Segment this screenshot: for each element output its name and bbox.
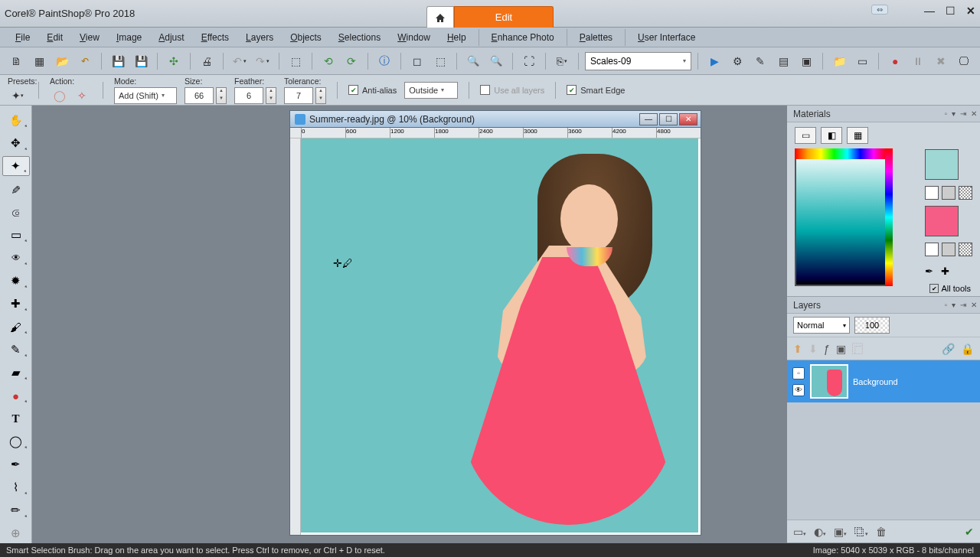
menu-view[interactable]: View bbox=[72, 30, 107, 45]
background-swatch[interactable] bbox=[925, 206, 959, 236]
antialias-checkbox[interactable]: ✔Anti-alias bbox=[348, 85, 397, 95]
save-button[interactable] bbox=[108, 51, 128, 71]
revert-button[interactable] bbox=[75, 51, 95, 71]
feather-input[interactable]: 6 bbox=[234, 87, 263, 104]
layer-down-icon[interactable]: ⬇ bbox=[808, 343, 818, 355]
add-swatch-icon[interactable]: ✚ bbox=[941, 265, 949, 277]
presets-dropdown[interactable]: ✦▾ bbox=[8, 86, 28, 106]
swap-icon[interactable] bbox=[925, 186, 939, 200]
share-button[interactable] bbox=[164, 51, 184, 71]
new-button[interactable] bbox=[6, 51, 26, 71]
resize-button[interactable] bbox=[286, 51, 305, 71]
move-tool[interactable] bbox=[2, 133, 30, 153]
canvas-size-button[interactable] bbox=[430, 51, 450, 71]
menu-objects[interactable]: Objects bbox=[283, 30, 329, 45]
info-button[interactable] bbox=[374, 51, 394, 71]
collapse-ribbon[interactable]: ⇔ bbox=[871, 5, 888, 15]
tolerance-input[interactable]: 7 bbox=[284, 87, 313, 104]
doc-close-button[interactable]: ✕ bbox=[679, 113, 697, 125]
duplicate-layer-icon[interactable]: ⿻▾ bbox=[854, 526, 868, 538]
menu-palettes[interactable]: Palettes bbox=[572, 30, 620, 45]
preset-shape-tool[interactable] bbox=[2, 386, 30, 406]
run-script-button[interactable] bbox=[704, 51, 724, 71]
size-stepper[interactable]: ▲▼ bbox=[216, 87, 227, 104]
menu-help[interactable]: Help bbox=[439, 30, 474, 45]
layer-group-icon[interactable]: ⿸ bbox=[852, 343, 863, 355]
menu-image[interactable]: Image bbox=[109, 30, 149, 45]
fit-screen-button[interactable] bbox=[519, 51, 539, 71]
undo-button[interactable] bbox=[230, 51, 250, 71]
panel-float-icon[interactable]: ▫ bbox=[944, 109, 947, 118]
layer-mask-icon[interactable]: ▣ bbox=[836, 343, 846, 355]
record-button[interactable] bbox=[885, 51, 905, 71]
canvas[interactable]: ✛🖊 bbox=[301, 138, 698, 533]
lasso-tool[interactable] bbox=[2, 432, 30, 451]
home-tab[interactable] bbox=[426, 6, 454, 28]
red-eye-tool[interactable] bbox=[2, 248, 30, 268]
menu-enhance-photo[interactable]: Enhance Photo bbox=[484, 30, 562, 45]
panel-menu-icon[interactable]: ▾ bbox=[952, 301, 956, 309]
panel-close-icon[interactable]: ✕ bbox=[971, 301, 977, 309]
use-all-layers-checkbox[interactable]: Use all layers bbox=[480, 85, 544, 95]
action-subtract[interactable]: ✧ bbox=[72, 86, 92, 106]
style-icon[interactable] bbox=[942, 186, 956, 200]
minimize-button[interactable]: — bbox=[924, 5, 935, 17]
rotate-right-button[interactable] bbox=[341, 51, 361, 71]
menu-user-interface[interactable]: User Interface bbox=[630, 30, 703, 45]
foreground-swatch[interactable] bbox=[925, 149, 959, 180]
mask-layer-icon[interactable]: ▣▾ bbox=[834, 526, 847, 538]
doc-minimize-button[interactable]: — bbox=[639, 113, 658, 125]
pen-tool[interactable] bbox=[2, 454, 30, 474]
layer-fx-icon[interactable]: ƒ bbox=[824, 343, 830, 355]
menu-window[interactable]: Window bbox=[390, 30, 438, 45]
zoom-out-button[interactable] bbox=[463, 51, 483, 71]
edit-tab[interactable]: Edit bbox=[454, 6, 554, 28]
menu-selections[interactable]: Selections bbox=[331, 30, 388, 45]
transparent-icon-2[interactable] bbox=[959, 243, 972, 256]
blend-mode-combo[interactable]: Normal▾ bbox=[793, 317, 850, 334]
materials-frame-view[interactable]: ▭ bbox=[795, 127, 816, 144]
text-tool[interactable] bbox=[2, 409, 30, 428]
add-tool[interactable] bbox=[2, 523, 30, 543]
oil-brush-tool[interactable] bbox=[2, 500, 30, 520]
clipboard-button[interactable] bbox=[552, 51, 572, 71]
size-input[interactable]: 66 bbox=[185, 87, 214, 104]
pan-tool[interactable] bbox=[2, 110, 30, 130]
menu-layers[interactable]: Layers bbox=[238, 30, 281, 45]
script-output-button[interactable] bbox=[773, 51, 793, 71]
new-from-template-button[interactable] bbox=[29, 51, 49, 71]
smart-edge-checkbox[interactable]: ✔Smart Edge bbox=[567, 85, 625, 95]
edit-script-button[interactable] bbox=[727, 51, 747, 71]
shape-select-tool[interactable] bbox=[2, 225, 30, 245]
action-add[interactable]: ◯ bbox=[50, 86, 70, 106]
eyedropper-icon[interactable]: ✒ bbox=[925, 265, 933, 277]
clone-tool[interactable] bbox=[2, 294, 30, 314]
panel-close-icon[interactable]: ✕ bbox=[971, 109, 977, 118]
menu-edit[interactable]: Edit bbox=[39, 30, 70, 45]
mode-combo[interactable]: Add (Shift) bbox=[114, 87, 177, 104]
color-spectrum[interactable] bbox=[795, 148, 887, 286]
save-as-button[interactable] bbox=[131, 51, 151, 71]
print-button[interactable] bbox=[197, 51, 217, 71]
zoom-in-button[interactable] bbox=[486, 51, 506, 71]
rotate-left-button[interactable] bbox=[318, 51, 338, 71]
selection-tool[interactable] bbox=[2, 156, 30, 176]
maximize-button[interactable]: ☐ bbox=[946, 5, 956, 17]
paint-brush-tool[interactable] bbox=[2, 317, 30, 337]
delete-layer-icon[interactable]: 🗑 bbox=[876, 526, 887, 538]
redo-button[interactable] bbox=[253, 51, 273, 71]
swap-icon-2[interactable] bbox=[925, 243, 939, 256]
pencil-tool[interactable] bbox=[2, 340, 30, 360]
style-icon-2[interactable] bbox=[942, 243, 956, 256]
makeover-tool[interactable] bbox=[2, 271, 30, 291]
eyedropper-tool[interactable] bbox=[2, 179, 30, 199]
layer-lock-icon[interactable]: 🔒 bbox=[961, 343, 974, 355]
layer-link-icon[interactable]: 🔗 bbox=[942, 343, 955, 355]
feather-stepper[interactable]: ▲▼ bbox=[266, 87, 276, 104]
opacity-input[interactable]: 100 bbox=[854, 317, 890, 334]
organizer-button[interactable] bbox=[852, 51, 872, 71]
antialias-mode-combo[interactable]: Outside bbox=[404, 82, 458, 99]
browse-button[interactable] bbox=[829, 51, 849, 71]
batch-button[interactable] bbox=[796, 51, 816, 71]
layers-header[interactable]: Layers ▫▾⇥✕ bbox=[787, 297, 980, 314]
